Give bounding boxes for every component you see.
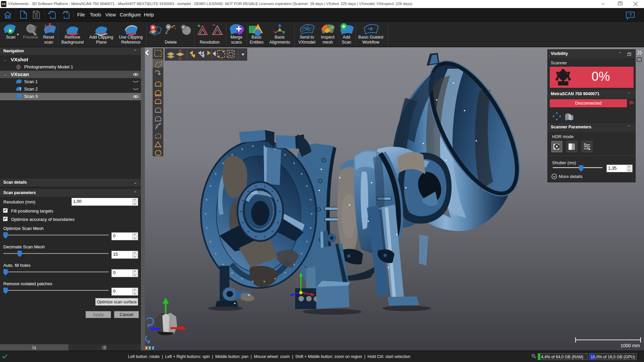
svg-text:Z: Z: [152, 346, 154, 350]
svg-text:X: X: [145, 346, 148, 350]
svg-text:1000 mm: 1000 mm: [621, 343, 640, 348]
svg-text:?: ?: [629, 12, 632, 17]
svg-text:Y: Y: [149, 346, 151, 350]
